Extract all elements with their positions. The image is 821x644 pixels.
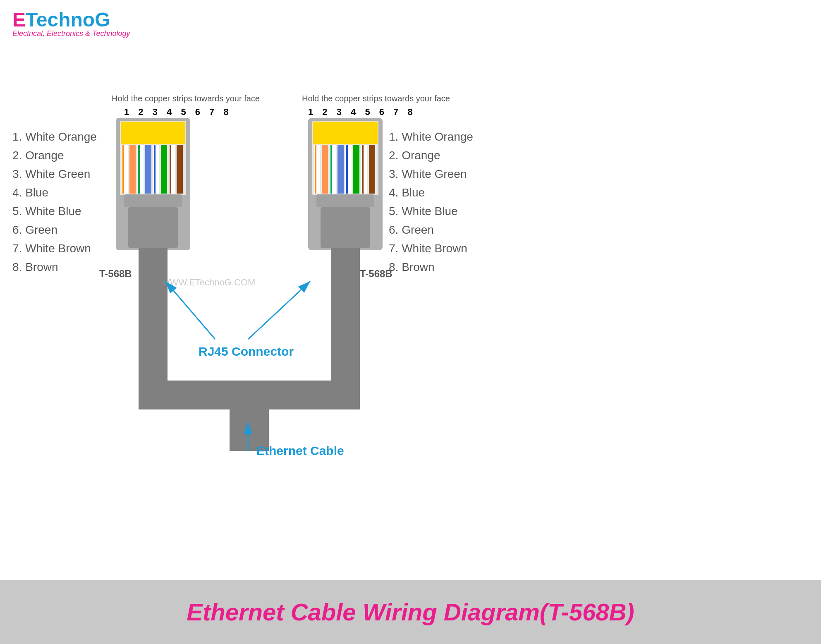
- logo: ETechnoG Electrical, Electronics & Techn…: [12, 8, 130, 38]
- left-wire-label-8: 8. Brown: [12, 261, 58, 273]
- right-t568b-label: T-568B: [360, 268, 393, 279]
- left-wire-label-3: 3. White Green: [12, 168, 90, 180]
- left-connector-gold: [121, 122, 185, 144]
- right-pin-numbers: 1 2 3 4 5 6 7 8: [308, 107, 416, 117]
- right-connector-neck: [321, 207, 370, 248]
- left-pin-numbers: 1 2 3 4 5 6 7 8: [124, 107, 232, 117]
- right-cable-horizontal: [199, 381, 360, 409]
- left-wire-4-highlight: [145, 145, 151, 194]
- left-wire-label-4: 4. Blue: [12, 186, 48, 199]
- left-instruction: Hold the copper strips towards your face: [112, 94, 260, 103]
- right-wire-label-4: 4. Blue: [389, 186, 425, 199]
- rj45-label: RJ45 Connector: [199, 345, 294, 358]
- right-wire-1-stripe: [315, 145, 316, 194]
- left-wire-8: [177, 145, 183, 194]
- logo-tagline: Electrical, Electronics & Technology: [12, 29, 130, 38]
- right-connector-clip: [316, 194, 374, 207]
- left-wire-7-stripe: [170, 145, 171, 194]
- left-wire-3-stripe: [138, 145, 140, 194]
- left-wire-label-6: 6. Green: [12, 223, 57, 236]
- ethernet-cable-label: Ethernet Cable: [256, 444, 344, 457]
- logo-technog: TechnoG: [26, 9, 110, 31]
- right-wire-8: [369, 145, 375, 194]
- right-wire-label-1: 1. White Orange: [389, 130, 473, 143]
- left-arrow: [165, 281, 215, 339]
- watermark: WWW.ETechnoG.COM: [161, 277, 255, 287]
- right-wire-7-stripe: [362, 145, 364, 194]
- main-diagram: Hold the copper strips towards your face…: [0, 41, 821, 620]
- right-wire-4-highlight: [337, 145, 344, 194]
- right-wire-5-stripe: [346, 145, 348, 194]
- left-wire-label-5: 5. White Blue: [12, 205, 81, 218]
- left-wire-label-7: 7. White Brown: [12, 242, 91, 255]
- right-wire-label-2: 2. Orange: [389, 149, 440, 162]
- left-wire-6: [161, 145, 167, 194]
- right-connector-gold: [313, 122, 378, 144]
- right-wire-6: [353, 145, 359, 194]
- right-wire-label-8: 8. Brown: [389, 261, 435, 273]
- left-wire-2-highlight: [129, 145, 136, 194]
- right-wire-3-stripe: [330, 145, 332, 194]
- left-wire-label-2: 2. Orange: [12, 149, 64, 162]
- right-wire-label-6: 6. Green: [389, 223, 434, 236]
- right-wire-label-5: 5. White Blue: [389, 205, 458, 218]
- left-connector-neck: [128, 207, 178, 248]
- logo-e: E: [12, 9, 26, 31]
- left-wire-label-1: 1. White Orange: [12, 130, 97, 143]
- right-wire-label-7: 7. White Brown: [389, 242, 467, 255]
- right-wire-2-highlight: [322, 145, 328, 194]
- left-t568b-label: T-568B: [99, 268, 132, 279]
- left-wire-1-stripe: [122, 145, 124, 194]
- right-arrow: [248, 281, 310, 339]
- bottom-banner: Ethernet Cable Wiring Diagram(T-568B): [0, 580, 821, 644]
- right-cable-vertical: [331, 248, 360, 389]
- left-cable-vertical: [139, 248, 168, 389]
- bottom-banner-title: Ethernet Cable Wiring Diagram(T-568B): [187, 598, 634, 626]
- left-wire-5-stripe: [154, 145, 156, 194]
- left-connector-clip: [124, 194, 182, 207]
- right-wire-label-3: 3. White Green: [389, 168, 467, 180]
- right-instruction: Hold the copper strips towards your face: [302, 94, 450, 103]
